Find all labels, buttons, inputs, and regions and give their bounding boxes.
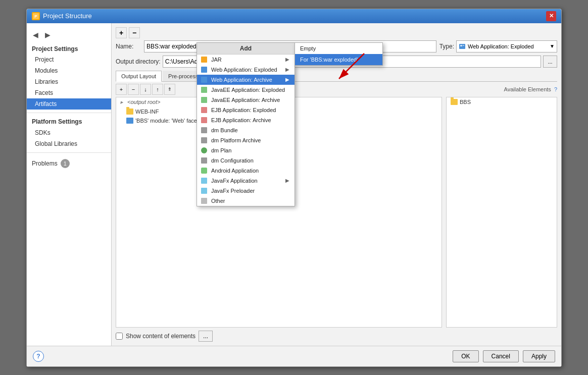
name-row: Name: Type: Web Application: Exploded ▼ [116, 40, 557, 52]
sidebar-item-libraries[interactable]: Libraries [27, 76, 111, 87]
folder-icon [126, 109, 133, 115]
bbs-folder-icon [451, 99, 458, 105]
apply-button[interactable]: Apply [523, 350, 555, 362]
main-content: + − Name: Type: Web Application: Explode [112, 23, 561, 346]
dialog-footer: ? OK Cancel Apply [27, 346, 561, 366]
move-up-button[interactable]: ↑ [152, 84, 163, 95]
sidebar-item-project[interactable]: Project [27, 54, 111, 65]
sidebar-item-sdks[interactable]: SDKs [27, 127, 111, 138]
ok-button[interactable]: OK [453, 350, 478, 362]
title-bar: P Project Structure ✕ [27, 9, 561, 23]
dialog-title: Project Structure [43, 12, 92, 20]
bottom-row: Show content of elements ... [116, 331, 557, 342]
content-toolbar: + − ↓ ↑ ⇑ Available Elements ? [116, 84, 557, 95]
web-exploded-icon [459, 43, 466, 50]
bbs-module-item[interactable]: 'BBS' module: 'Web' facet resources [116, 116, 442, 125]
name-input[interactable] [144, 40, 436, 52]
output-root-label: <output root> [127, 99, 160, 105]
extract-button[interactable]: ⇑ [164, 84, 175, 95]
close-button[interactable]: ✕ [546, 11, 556, 21]
name-label: Name: [116, 43, 141, 50]
available-elements-panel: BBS [446, 97, 557, 328]
problems-label: Problems [32, 160, 58, 167]
platform-settings-header: Platform Settings [27, 116, 111, 127]
type-value: Web Application: Exploded [468, 43, 534, 49]
module-icon [126, 118, 133, 124]
remove-artifact-button[interactable]: − [129, 27, 140, 38]
dialog-icon: P [32, 12, 40, 20]
svg-text:P: P [34, 14, 37, 19]
back-button[interactable]: ◀ [30, 29, 41, 40]
web-inf-item[interactable]: WEB-INF [116, 107, 442, 116]
move-down-button[interactable]: ↓ [140, 84, 151, 95]
output-dir-input[interactable] [163, 56, 541, 68]
type-label: Type: [439, 43, 454, 50]
output-dir-row: Output directory: ... [116, 56, 557, 68]
sidebar-item-modules[interactable]: Modules [27, 65, 111, 76]
dialog-body: ◀ ▶ Project Settings Project Modules Lib… [27, 23, 561, 346]
tab-output-layout[interactable]: Output Layout [116, 71, 162, 82]
show-content-label: Show content of elements [126, 333, 195, 340]
available-elements-label: Available Elements [504, 86, 553, 92]
output-root-item: ▸ <output root> [116, 97, 442, 107]
show-content-checkbox[interactable] [116, 333, 123, 340]
sidebar-item-facets[interactable]: Facets [27, 87, 111, 98]
sidebar-item-artifacts[interactable]: Artifacts [27, 98, 111, 110]
project-structure-dialog: P Project Structure ✕ ◀ ▶ Project Settin… [26, 9, 562, 367]
project-settings-header: Project Settings [27, 42, 111, 54]
output-dir-browse-button[interactable]: ... [543, 56, 557, 68]
cancel-button[interactable]: Cancel [483, 350, 519, 362]
available-elements-help[interactable]: ? [554, 86, 557, 92]
red-arrow-indicator [329, 48, 379, 89]
add-artifact-button[interactable]: + [116, 27, 127, 38]
output-layout-panel: ▸ <output root> WEB-INF 'BBS' module: 'W… [116, 97, 442, 328]
content-area: ▸ <output root> WEB-INF 'BBS' module: 'W… [116, 97, 557, 328]
artifact-toolbar: + − [116, 27, 557, 38]
web-inf-label: WEB-INF [135, 109, 159, 115]
bbs-folder-label: BBS [460, 99, 471, 105]
title-bar-left: P Project Structure [32, 12, 92, 20]
bbs-folder-item[interactable]: BBS [447, 97, 557, 106]
bbs-module-label: 'BBS' module: 'Web' facet resources [135, 118, 224, 124]
svg-rect-4 [463, 45, 464, 46]
add-element-button[interactable]: + [116, 84, 127, 95]
tab-post-processing[interactable]: Post-processing [212, 71, 263, 81]
output-dir-label: Output directory: [116, 58, 161, 65]
tab-pre-processing[interactable]: Pre-processing [163, 71, 211, 81]
sidebar: ◀ ▶ Project Settings Project Modules Lib… [27, 23, 112, 346]
forward-button[interactable]: ▶ [42, 29, 53, 40]
tabs-row: Output Layout Pre-processing Post-proces… [116, 71, 557, 82]
type-dropdown-arrow: ▼ [550, 43, 555, 49]
svg-rect-3 [460, 45, 462, 46]
show-content-options-button[interactable]: ... [199, 331, 213, 342]
remove-element-button[interactable]: − [128, 84, 139, 95]
problems-badge: 1 [61, 159, 70, 168]
problems-section[interactable]: Problems 1 [27, 156, 111, 171]
help-button[interactable]: ? [33, 351, 44, 362]
sidebar-item-global-libraries[interactable]: Global Libraries [27, 138, 111, 149]
type-container: Type: Web Application: Exploded ▼ [439, 40, 557, 52]
